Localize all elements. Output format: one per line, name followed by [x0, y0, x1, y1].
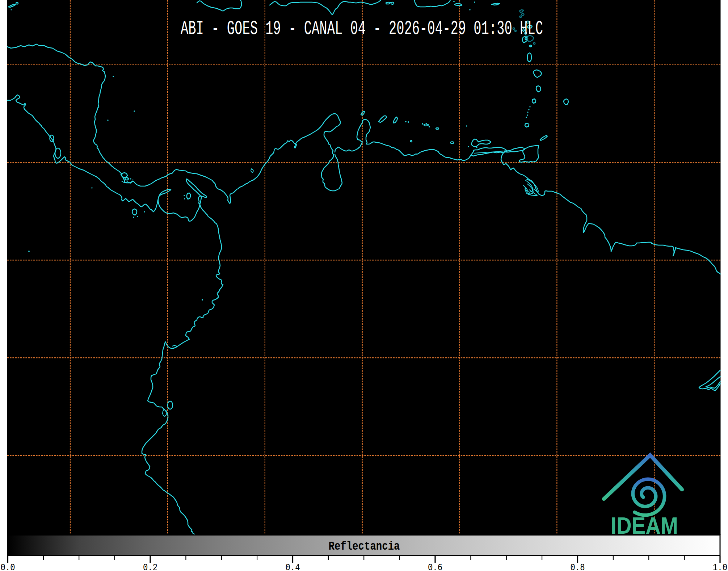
svg-text:ABI - GOES 19 - CANAL 04 - 202: ABI - GOES 19 - CANAL 04 - 2026-04-29 01…: [181, 18, 543, 40]
svg-text:0.4: 0.4: [286, 562, 300, 571]
svg-text:0.6: 0.6: [428, 562, 442, 571]
svg-text:0.8: 0.8: [571, 562, 585, 571]
svg-text:0.2: 0.2: [143, 562, 157, 571]
svg-text:1.0: 1.0: [713, 562, 727, 571]
svg-text:Reflectancia: Reflectancia: [329, 539, 400, 553]
svg-text:0.0: 0.0: [1, 562, 15, 571]
